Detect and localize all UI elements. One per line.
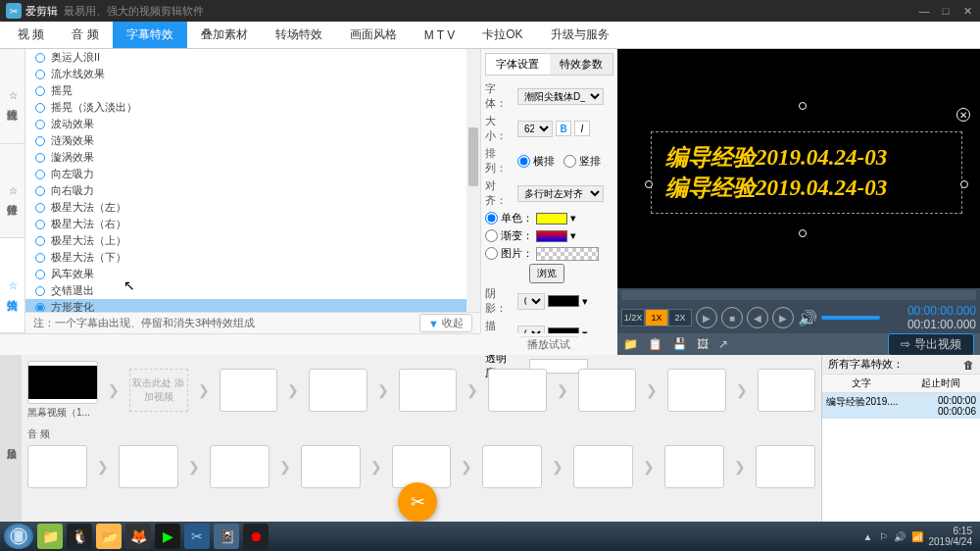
effect-item[interactable]: 漩涡效果	[25, 149, 480, 166]
audio-slot[interactable]	[301, 445, 361, 488]
tab-mtv[interactable]: M T V	[411, 22, 469, 48]
taskbar-icon[interactable]: 🦊	[125, 524, 151, 549]
subtitle-entry[interactable]: 编导经验2019.... 00:00:0000:00:06	[822, 393, 980, 419]
scrollbar[interactable]	[466, 49, 480, 312]
rail-disappear[interactable]: ☆消失特效	[0, 238, 24, 333]
tab-overlay[interactable]: 叠加素材	[187, 22, 262, 48]
cut-button[interactable]: ✂	[398, 482, 437, 522]
clip[interactable]: 黑幕视频（1...	[27, 361, 98, 420]
tab-video[interactable]: 视 频	[4, 22, 58, 48]
clip-slot[interactable]	[309, 369, 368, 412]
tab-transition[interactable]: 转场特效	[262, 22, 336, 48]
minimize-button[interactable]: —	[917, 5, 931, 18]
taskbar-icon[interactable]: ▶	[155, 524, 180, 549]
arrange-v-radio[interactable]	[564, 155, 576, 168]
rail-stay[interactable]: ☆停留特效	[0, 144, 24, 239]
clip-slot[interactable]	[488, 369, 547, 412]
resize-handle[interactable]	[799, 229, 807, 237]
gradient-swatch[interactable]	[536, 230, 567, 242]
tool-icon[interactable]: ↗	[718, 337, 728, 351]
effect-item[interactable]: 极星大法（上）	[25, 232, 480, 249]
delete-icon[interactable]: 🗑	[963, 359, 974, 371]
taskbar-clock[interactable]: 6:15 2019/4/24	[929, 526, 977, 547]
prev-frame-button[interactable]: ◀	[747, 307, 768, 328]
taskbar-icon[interactable]: 🐧	[67, 524, 92, 549]
effect-item[interactable]: 向右吸力	[25, 182, 480, 199]
resize-handle[interactable]	[645, 180, 653, 188]
tab-style[interactable]: 画面风格	[336, 22, 411, 48]
delete-text-button[interactable]: ✕	[956, 108, 970, 122]
taskbar-icon[interactable]: 📁	[37, 524, 63, 549]
shadow-color[interactable]	[548, 295, 579, 307]
tab-audio[interactable]: 音 频	[58, 22, 112, 48]
resize-handle[interactable]	[799, 102, 807, 110]
subtitle-textbox[interactable]: 编导经验2019.04.24-03 编导经验2019.04.24-03	[651, 131, 962, 214]
tab-upgrade[interactable]: 升级与服务	[537, 22, 623, 48]
color-img-radio[interactable]	[485, 247, 498, 260]
color-solid-radio[interactable]	[485, 212, 498, 225]
props-tab-fx[interactable]: 特效参数	[550, 54, 613, 75]
tray-icon[interactable]: ⚐	[879, 531, 888, 542]
dropdown-icon[interactable]: ▾	[570, 229, 576, 242]
effect-item[interactable]: 涟漪效果	[25, 132, 480, 149]
dropdown-icon[interactable]: ▾	[570, 212, 576, 225]
collapse-button[interactable]: ▼收起	[419, 314, 472, 332]
effect-item[interactable]: 摇晃（淡入淡出）	[25, 99, 480, 116]
align-select[interactable]: 多行时左对齐	[517, 185, 604, 202]
size-select[interactable]: 62	[517, 121, 553, 137]
stop-button[interactable]: ■	[721, 307, 743, 328]
shadow-select[interactable]: 0	[517, 293, 545, 310]
volume-icon[interactable]: 🔊	[798, 309, 817, 327]
tool-icon[interactable]: 📋	[648, 337, 662, 351]
play-button[interactable]: ▶	[696, 307, 717, 328]
audio-slot[interactable]	[210, 445, 270, 488]
tray-icon[interactable]: ▲	[863, 531, 873, 542]
clip-slot[interactable]	[758, 369, 816, 412]
rail-appear[interactable]: ☆出现特效	[0, 49, 24, 144]
start-button[interactable]	[4, 524, 33, 549]
clip-slot[interactable]	[220, 369, 278, 412]
clip-slot[interactable]	[399, 369, 458, 412]
export-button[interactable]: ⇨导出视频	[888, 333, 974, 356]
close-button[interactable]: ✕	[960, 5, 974, 18]
taskbar-icon-active[interactable]: ✂	[184, 524, 210, 549]
font-select[interactable]: 潮阳尖魏体D_B	[517, 88, 604, 105]
tool-icon[interactable]: 📁	[623, 337, 638, 351]
browse-button[interactable]: 浏览	[529, 264, 564, 283]
bold-button[interactable]: B	[556, 121, 571, 136]
tool-icon[interactable]: 💾	[672, 337, 687, 351]
italic-button[interactable]: I	[574, 121, 590, 136]
effect-item-selected[interactable]: 方形变化	[25, 299, 480, 312]
speed-2x[interactable]: 2X	[668, 309, 692, 326]
effect-item[interactable]: 极星大法（右）	[25, 216, 480, 232]
volume-slider[interactable]	[821, 316, 880, 320]
effect-item[interactable]: 风车效果	[25, 266, 480, 282]
dropdown-icon[interactable]: ▾	[582, 295, 588, 308]
tray-icon[interactable]: 📶	[911, 531, 923, 542]
audio-slot[interactable]	[664, 445, 724, 488]
audio-slot[interactable]	[573, 445, 633, 488]
clip-slot[interactable]	[578, 369, 637, 412]
taskbar-icon[interactable]: 📓	[214, 524, 239, 549]
effect-item[interactable]: 向左吸力	[25, 166, 480, 182]
clip-slot[interactable]	[667, 369, 726, 412]
effect-list[interactable]: 奥运人浪II 流水线效果 摇晃 摇晃（淡入淡出） 波动效果 涟漪效果 漩涡效果 …	[25, 49, 480, 312]
effect-item[interactable]: 极星大法（左）	[25, 199, 480, 216]
audio-slot[interactable]	[756, 445, 815, 488]
tab-karaoke[interactable]: 卡拉OK	[468, 22, 536, 48]
play-preview-button[interactable]: 播放试试	[519, 336, 578, 352]
audio-slot[interactable]	[482, 445, 542, 488]
maximize-button[interactable]: □	[939, 5, 953, 18]
add-clip-button[interactable]: 双击此处 添加视频	[129, 369, 188, 412]
resize-handle[interactable]	[960, 180, 968, 188]
color-swatch[interactable]	[536, 213, 567, 225]
speed-half[interactable]: 1/2X	[621, 309, 645, 326]
scrollbar-thumb[interactable]	[468, 127, 478, 186]
speed-1x[interactable]: 1X	[645, 309, 668, 326]
tab-subtitle-fx[interactable]: 字幕特效	[113, 22, 187, 48]
audio-slot[interactable]	[392, 445, 452, 488]
audio-slot[interactable]	[119, 445, 178, 488]
effect-item[interactable]: 摇晃	[25, 82, 480, 99]
effect-item[interactable]: 奥运人浪II	[25, 49, 480, 66]
next-frame-button[interactable]: ▶	[772, 307, 794, 328]
